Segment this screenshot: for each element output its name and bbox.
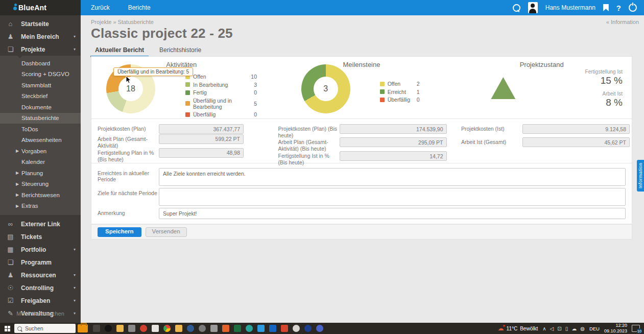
milestones-donut-chart[interactable]: 3 <box>301 64 350 113</box>
submenu-item[interactable]: ▶ Dashboard <box>0 58 81 69</box>
language-indicator[interactable]: DEU <box>589 326 600 331</box>
tray-icon[interactable]: ◁ <box>550 326 554 331</box>
taskbar-app-icon[interactable] <box>128 325 135 332</box>
tray-icon[interactable]: ⊡ <box>557 326 561 331</box>
taskbar-app-icon[interactable] <box>175 325 182 332</box>
taskbar-app-icon[interactable] <box>105 325 112 332</box>
bookmark-icon[interactable] <box>603 4 609 11</box>
taskbar-app-icon[interactable] <box>152 325 159 332</box>
taskbar-app-icon[interactable] <box>187 325 194 332</box>
submenu-item[interactable]: ▶ Kalender <box>0 157 81 168</box>
taskbar-search[interactable]: Suchen <box>14 324 76 333</box>
tab[interactable]: Berichtshistorie <box>155 44 205 57</box>
start-button[interactable] <box>0 323 14 334</box>
field-input[interactable]: 367.437,77 <box>159 124 244 134</box>
logout-icon[interactable] <box>629 4 637 12</box>
breadcrumb[interactable]: Projekte » Statusberichte <box>91 19 154 25</box>
legend-item[interactable]: Überfällig 0 <box>380 97 420 103</box>
sidebar-item[interactable]: ♟ Mein Bereich ▾ <box>0 30 81 43</box>
legend-item[interactable]: Überfällig 0 <box>185 111 257 117</box>
submenu-item[interactable]: ▶ Berichtswesen <box>0 189 81 201</box>
field-input[interactable]: 45,62 PT <box>522 137 630 147</box>
sidebar-item[interactable]: ∞ Externer Link ▾ <box>0 218 81 230</box>
taskbar-app-icon[interactable] <box>316 325 323 332</box>
taskbar-app-icon[interactable] <box>304 325 312 332</box>
sidebar-item[interactable]: ⌂ Startseite ▾ <box>0 17 81 30</box>
legend-item[interactable]: Offen 2 <box>380 81 420 87</box>
notification-center-icon[interactable]: 10 <box>632 325 640 332</box>
tray-icon[interactable]: ◍ <box>580 326 585 331</box>
field-input[interactable]: 174.539,90 <box>340 124 447 134</box>
tray-icon[interactable]: ▯ <box>565 326 568 331</box>
help-icon[interactable]: ? <box>616 4 621 12</box>
submenu-item[interactable]: ▶ Statusberichte <box>0 113 81 124</box>
legend-item[interactable]: Fertig 0 <box>185 89 257 96</box>
information-link[interactable]: « Information <box>606 19 639 25</box>
taskbar-app-icon[interactable] <box>269 325 276 332</box>
legend-item[interactable]: Offen 10 <box>185 74 257 80</box>
clock[interactable]: 12:20 09.10.2023 <box>604 323 627 334</box>
submenu-item[interactable]: ▶ ToDos <box>0 124 81 135</box>
submenu-item[interactable]: ▶ Stammblatt <box>0 80 81 91</box>
field-input[interactable]: 14,72 <box>340 151 447 161</box>
field-input[interactable]: 599,22 PT <box>159 134 244 144</box>
legend-item[interactable]: Überfällig und in Bearbeitung 5 <box>185 98 257 110</box>
tray-icon[interactable]: ∧ <box>542 326 546 331</box>
submenu-item[interactable]: ▶ Abwesenheiten <box>0 135 81 146</box>
text-field-input[interactable] <box>159 188 626 206</box>
avatar[interactable] <box>528 2 538 13</box>
taskbar-app-icon[interactable] <box>234 325 241 332</box>
submenu-item[interactable]: ▶ Dokumente <box>0 102 81 113</box>
taskbar-app-icon[interactable] <box>222 325 229 332</box>
sidebar-item[interactable]: ▦ Portfolio ▾ <box>0 243 81 256</box>
taskbar-app-icon[interactable] <box>140 325 147 332</box>
text-field-label: Erreichtes in aktueller Periode <box>98 168 159 186</box>
taskbar-app-icon[interactable] <box>163 325 171 332</box>
legend-item[interactable]: Erreicht 1 <box>380 89 420 95</box>
save-button[interactable]: Speichern <box>98 227 141 237</box>
user-name[interactable]: Hans Mustermann <box>545 4 595 11</box>
sidebar-item[interactable]: ▤ Tickets ▾ <box>0 230 81 243</box>
tab[interactable]: Aktueller Bericht <box>91 44 148 57</box>
kpi-fields: Projektkosten (Plan) 367.437,77 Arbeit P… <box>91 119 632 163</box>
information-side-tab[interactable]: Information <box>637 160 644 192</box>
chevron-down-icon: ▾ <box>74 47 76 52</box>
submenu-item[interactable]: ▶ Steuerung <box>0 179 81 190</box>
legend-item[interactable]: In Bearbeitung 3 <box>185 82 257 88</box>
sidebar-item[interactable]: ☉ Controlling ▾ <box>0 281 81 294</box>
taskbar-app-icon[interactable] <box>116 325 124 332</box>
field-input[interactable]: 48,98 <box>159 148 244 158</box>
weather-widget[interactable]: ☁ 11°C Bewölkt <box>498 325 538 331</box>
tray-icon[interactable]: ☁ <box>571 326 577 331</box>
submenu-item[interactable]: ▶ Steckbrief <box>0 91 81 102</box>
submenu-item[interactable]: ▶ Scoring + DSGVO <box>0 69 81 80</box>
send-button[interactable]: Versenden <box>146 227 187 237</box>
taskbar-app-icon[interactable] <box>293 325 300 332</box>
brand-logo[interactable]: BlueAnt <box>0 0 81 15</box>
sidebar-item[interactable]: ❏ Projekte ▾ <box>0 43 81 56</box>
submenu-item[interactable]: ▶ Extras <box>0 201 81 212</box>
sidebar-item[interactable]: ❏ Programm ▾ <box>0 256 81 269</box>
taskbar-app-icon[interactable] <box>199 325 206 332</box>
legend-value: 1 <box>417 89 420 95</box>
sidebar-item[interactable]: ♟ Ressourcen ▾ <box>0 269 81 281</box>
taskbar-app-icon[interactable] <box>257 325 265 332</box>
submenu-item[interactable]: ▶ Planung <box>0 168 81 179</box>
submenu-item[interactable]: ▶ Vorgaben <box>0 146 81 157</box>
taskbar-app-icon[interactable] <box>210 325 218 332</box>
text-field-input[interactable]: Alle Ziele konnten erreicht werden. <box>159 168 626 186</box>
field-input[interactable]: 295,09 PT <box>340 137 447 147</box>
taskbar-app-icon[interactable] <box>93 325 100 332</box>
legend-label: Überfällig und in Bearbeitung <box>193 98 251 110</box>
navbar-link[interactable]: Berichte <box>128 4 151 11</box>
text-field-input[interactable]: Super Projekt! <box>159 208 626 219</box>
text-field-label: Anmerkung <box>98 208 159 219</box>
taskbar-app-icon[interactable] <box>281 325 288 332</box>
menu-search[interactable]: Menü durchsuchen <box>0 311 81 317</box>
sidebar-item[interactable]: ☑ Freigaben ▾ <box>0 294 81 307</box>
navbar-link[interactable]: Zurück <box>91 4 110 11</box>
search-icon[interactable] <box>513 4 520 12</box>
briefcase-app-icon[interactable] <box>78 324 88 332</box>
field-input[interactable]: 9.124,58 <box>522 124 630 134</box>
taskbar-app-icon[interactable] <box>246 325 253 332</box>
